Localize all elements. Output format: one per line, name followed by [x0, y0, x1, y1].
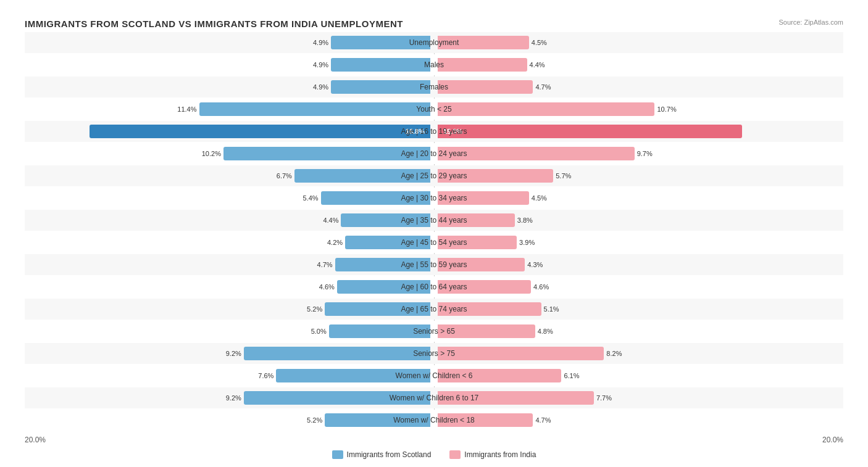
right-section: 10.7%: [434, 99, 843, 120]
bar-value-left: 4.7%: [317, 261, 333, 268]
bar-pink: [438, 347, 604, 360]
right-section: 4.5%: [434, 188, 843, 209]
bar-value-left: 5.0%: [311, 328, 327, 335]
bar-value-right: 4.5%: [532, 194, 547, 202]
bar-value-left: 9.2%: [226, 350, 241, 357]
bar-value-right: 4.3%: [527, 261, 543, 268]
bar-blue: [331, 80, 430, 94]
bar-blue: [244, 391, 430, 405]
axis-left: 20.0%: [25, 436, 434, 444]
bar-value-right: 7.7%: [596, 394, 612, 402]
bar-pink: [438, 102, 654, 116]
source-label: Source: ZipAtlas.com: [778, 19, 843, 26]
table-row: 4.9%Males4.4%: [25, 54, 843, 75]
left-section: 9.2%: [25, 343, 434, 364]
bar-value-right: 4.8%: [538, 328, 553, 335]
bar-blue: [325, 302, 430, 316]
bar-value-left: 9.2%: [226, 394, 241, 402]
bar-blue: [244, 347, 430, 360]
left-section: 9.2%: [25, 387, 434, 408]
bar-value-left: 4.9%: [313, 39, 328, 46]
table-row: 5.2%Women w/ Children < 184.7%: [25, 410, 843, 431]
bar-value-right: 4.7%: [535, 83, 551, 91]
bar-value-right: 6.1%: [564, 372, 579, 379]
bar-value-left: 6.7%: [277, 172, 292, 180]
bar-value-right: 8.2%: [606, 350, 622, 357]
bar-blue: [329, 324, 430, 338]
right-section: 4.3%: [434, 254, 843, 275]
left-section: 4.2%: [25, 232, 434, 253]
rows-wrapper: 4.9%Unemployment4.5%4.9%Males4.4%4.9%Fem…: [25, 32, 843, 431]
bar-value-left: 4.2%: [327, 239, 343, 246]
bar-pink: [438, 58, 527, 72]
bar-pink: 15.0%: [438, 125, 742, 138]
bar-value-left: 4.4%: [323, 217, 338, 224]
right-section: 3.8%: [434, 210, 843, 231]
bar-value-left: 4.9%: [313, 83, 328, 91]
bar-value-right: 3.8%: [517, 217, 533, 224]
bar-value-left: 4.9%: [313, 61, 328, 68]
bar-pink: [438, 80, 533, 94]
bar-blue: [331, 36, 430, 49]
table-row: 4.4%Age | 35 to 44 years3.8%: [25, 210, 843, 231]
table-row: 10.2%Age | 20 to 24 years9.7%: [25, 143, 843, 164]
bar-blue: [321, 191, 430, 205]
legend-item-india: Immigrants from India: [449, 450, 536, 459]
bar-value-left: 10.2%: [202, 150, 221, 157]
right-section: 8.2%: [434, 343, 843, 364]
legend-label-scotland: Immigrants from Scotland: [347, 450, 432, 459]
table-row: 11.4%Youth < 2510.7%: [25, 99, 843, 120]
bar-pink: [438, 169, 553, 183]
table-row: 5.4%Age | 30 to 34 years4.5%: [25, 188, 843, 209]
right-section: 4.6%: [434, 276, 843, 297]
right-section: 4.8%: [434, 321, 843, 342]
bar-pink: [438, 213, 515, 227]
bar-blue: [294, 169, 430, 183]
table-row: 4.9%Unemployment4.5%: [25, 32, 843, 53]
left-section: 4.9%: [25, 76, 434, 97]
bar-value-right: 3.9%: [519, 239, 535, 246]
left-section: 4.4%: [25, 210, 434, 231]
bar-pink: [438, 36, 529, 49]
table-row: 7.6%Women w/ Children < 66.1%: [25, 365, 843, 386]
chart-title: IMMIGRANTS FROM SCOTLAND VS IMMIGRANTS F…: [25, 19, 403, 29]
bar-value-left: 5.4%: [303, 194, 319, 202]
table-row: 16.8%Age | 16 to 19 years15.0%: [25, 121, 843, 142]
table-row: 9.2%Seniors > 758.2%: [25, 343, 843, 364]
left-section: 4.7%: [25, 254, 434, 275]
right-section: 4.5%: [434, 32, 843, 53]
bar-pink: [438, 369, 561, 382]
chart-container: IMMIGRANTS FROM SCOTLAND VS IMMIGRANTS F…: [12, 12, 856, 467]
table-row: 4.6%Age | 60 to 64 years4.6%: [25, 276, 843, 297]
right-section: 6.1%: [434, 365, 843, 386]
axis-row: 20.0% 20.0%: [25, 436, 843, 444]
bar-pink: [438, 413, 533, 427]
left-section: 10.2%: [25, 143, 434, 164]
bar-blue: [325, 413, 430, 427]
bar-blue: [223, 147, 430, 160]
right-section: 4.4%: [434, 54, 843, 75]
left-section: 7.6%: [25, 365, 434, 386]
bar-value-right: 5.1%: [544, 305, 559, 313]
legend-color-india: [449, 450, 461, 459]
right-section: 9.7%: [434, 143, 843, 164]
bar-pink: [438, 191, 529, 205]
bar-blue: [341, 213, 430, 227]
left-section: 6.7%: [25, 165, 434, 186]
left-section: 16.8%: [25, 121, 434, 142]
chart-area: 4.9%Unemployment4.5%4.9%Males4.4%4.9%Fem…: [25, 32, 843, 444]
left-section: 5.2%: [25, 299, 434, 320]
left-section: 4.9%: [25, 54, 434, 75]
bar-value-right: 9.7%: [637, 150, 653, 157]
bar-pink: [438, 258, 525, 271]
bar-blue: [276, 369, 430, 382]
right-section: 4.7%: [434, 76, 843, 97]
left-section: 11.4%: [25, 99, 434, 120]
bar-pink: [438, 391, 594, 405]
table-row: 5.0%Seniors > 654.8%: [25, 321, 843, 342]
table-row: 4.9%Females4.7%: [25, 76, 843, 97]
bar-pink: [438, 236, 517, 249]
bar-value-left: 5.2%: [307, 305, 322, 313]
legend-label-india: Immigrants from India: [464, 450, 536, 459]
legend-item-scotland: Immigrants from Scotland: [332, 450, 432, 459]
